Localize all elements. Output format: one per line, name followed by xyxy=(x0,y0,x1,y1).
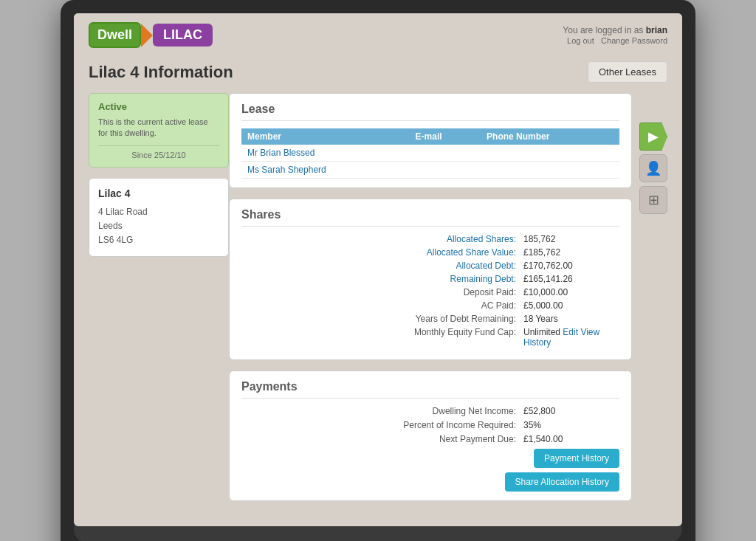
shares-label: Remaining Debt: xyxy=(368,274,516,284)
shares-section-title: Shares xyxy=(241,208,619,227)
col-member: Member xyxy=(241,128,410,145)
shares-label: Allocated Share Value: xyxy=(368,247,516,258)
payments-value: £52,800 xyxy=(523,406,619,416)
member-email xyxy=(410,145,481,162)
shares-label: Deposit Paid: xyxy=(368,287,516,297)
logout-link[interactable]: Log out xyxy=(567,36,594,45)
logo-container: Dwell LILAC xyxy=(89,22,213,48)
view-history-link[interactable]: View History xyxy=(523,327,599,348)
shares-value: £170,762.00 xyxy=(523,261,619,271)
shares-link[interactable]: Allocated Debt: xyxy=(456,261,516,271)
member-link[interactable]: Mr Brian Blessed xyxy=(247,148,315,158)
active-description: This is the current active lease for thi… xyxy=(98,117,219,139)
page-title: Lilac 4 Information xyxy=(89,63,233,82)
user-links: Log out Change Password xyxy=(563,35,667,46)
member-email xyxy=(410,162,481,179)
shares-link[interactable]: Remaining Debt: xyxy=(450,274,516,284)
property-box: Lilac 4 4 Lilac Road Leeds LS6 4LG xyxy=(89,178,229,258)
shares-row: Allocated Debt:£170,762.00 xyxy=(241,261,619,271)
payment-history-button[interactable]: Payment History xyxy=(534,449,619,468)
member-link[interactable]: Ms Sarah Shepherd xyxy=(247,165,326,175)
table-row: Mr Brian Blessed xyxy=(241,145,619,162)
logged-in-text: You are logged in as brian xyxy=(563,25,667,35)
shares-row: Monthly Equity Fund Cap:Unlimited Edit V… xyxy=(241,327,619,348)
shares-row: Deposit Paid:£10,000.00 xyxy=(241,287,619,297)
payments-label: Dwelling Net Income: xyxy=(368,406,516,416)
shares-label: Allocated Debt: xyxy=(368,261,516,271)
navigate-icon-button[interactable]: ▶ xyxy=(639,123,667,151)
lease-section-title: Lease xyxy=(241,103,619,121)
address-line2: Leeds xyxy=(98,219,219,233)
shares-row: Allocated Shares:185,762 xyxy=(241,234,619,244)
payments-section-title: Payments xyxy=(241,380,619,399)
shares-value: 18 Years xyxy=(523,314,619,324)
table-row: Ms Sarah Shepherd xyxy=(241,162,619,179)
active-status-box: Active This is the current active lease … xyxy=(89,93,229,168)
member-name: Mr Brian Blessed xyxy=(241,145,410,162)
change-password-link[interactable]: Change Password xyxy=(601,36,667,45)
member-phone xyxy=(481,162,619,179)
person-icon: 👤 xyxy=(645,160,662,176)
shares-value: £185,762 xyxy=(523,247,619,258)
member-name: Ms Sarah Shepherd xyxy=(241,162,410,179)
shares-row: Allocated Share Value:£185,762 xyxy=(241,247,619,258)
right-column: Lease Member E-mail Phone Number xyxy=(229,93,632,511)
shares-row: AC Paid:£5,000.00 xyxy=(241,300,619,311)
col-phone: Phone Number xyxy=(481,128,619,145)
shares-row: Remaining Debt:£165,141.26 xyxy=(241,274,619,284)
logo-dwell: Dwell xyxy=(89,22,141,48)
shares-value: Unlimited Edit View History xyxy=(523,327,619,348)
header: Dwell LILAC You are logged in as brian L… xyxy=(74,13,682,54)
payments-row: Percent of Income Required: 35% xyxy=(241,420,619,430)
member-phone xyxy=(481,145,619,162)
lease-section: Lease Member E-mail Phone Number xyxy=(229,93,632,188)
shares-value: £165,141.26 xyxy=(523,274,619,284)
shares-link[interactable]: Allocated Shares: xyxy=(447,234,516,244)
lease-table: Member E-mail Phone Number Mr Brian Bles… xyxy=(241,128,619,179)
shares-row: Years of Debt Remaining:18 Years xyxy=(241,314,619,324)
logo-lilac: LILAC xyxy=(153,24,213,46)
shares-value: £10,000.00 xyxy=(523,287,619,297)
arrow-icon: ▶ xyxy=(648,128,659,145)
payments-label: Next Payment Due: xyxy=(368,434,516,444)
other-leases-button[interactable]: Other Leases xyxy=(588,61,667,83)
property-name: Lilac 4 xyxy=(98,187,219,199)
payments-value: 35% xyxy=(523,420,619,430)
main-content: Lilac 4 Information Other Leases Active … xyxy=(74,54,682,526)
shares-link[interactable]: Allocated Share Value: xyxy=(427,247,516,258)
address-line1: 4 Lilac Road xyxy=(98,205,219,219)
page-header: Lilac 4 Information Other Leases xyxy=(89,61,667,83)
grid-icon-button[interactable]: ⊞ xyxy=(639,186,667,214)
shares-section: Shares Allocated Shares:185,762Allocated… xyxy=(229,199,632,360)
left-column: Active This is the current active lease … xyxy=(89,93,229,257)
payments-section: Payments Dwelling Net Income: £52,800 Pe… xyxy=(229,371,632,501)
shares-label: Monthly Equity Fund Cap: xyxy=(368,327,516,348)
share-allocation-history-button[interactable]: Share Allocation History xyxy=(505,472,619,492)
col-email: E-mail xyxy=(410,128,481,145)
payments-row: Dwelling Net Income: £52,800 xyxy=(241,406,619,416)
payments-label: Percent of Income Required: xyxy=(368,420,516,430)
shares-value: £5,000.00 xyxy=(523,300,619,311)
since-date: Since 25/12/10 xyxy=(98,145,219,159)
active-label: Active xyxy=(98,101,219,112)
shares-label: AC Paid: xyxy=(368,300,516,311)
shares-label: Allocated Shares: xyxy=(368,234,516,244)
user-info: You are logged in as brian Log out Chang… xyxy=(563,25,667,46)
content-row: Active This is the current active lease … xyxy=(89,93,667,511)
icon-buttons: ▶ 👤 ⊞ xyxy=(639,123,667,214)
shares-label: Years of Debt Remaining: xyxy=(368,314,516,324)
username-label: brian xyxy=(646,25,667,35)
person-icon-button[interactable]: 👤 xyxy=(639,154,667,182)
shares-value: 185,762 xyxy=(523,234,619,244)
grid-icon: ⊞ xyxy=(648,192,659,208)
edit-link[interactable]: Edit xyxy=(563,327,578,337)
address-line3: LS6 4LG xyxy=(98,233,219,247)
payments-value: £1,540.00 xyxy=(523,434,619,444)
property-address: 4 Lilac Road Leeds LS6 4LG xyxy=(98,205,219,248)
logo-arrow-icon xyxy=(141,24,153,47)
payments-row: Next Payment Due: £1,540.00 xyxy=(241,434,619,444)
